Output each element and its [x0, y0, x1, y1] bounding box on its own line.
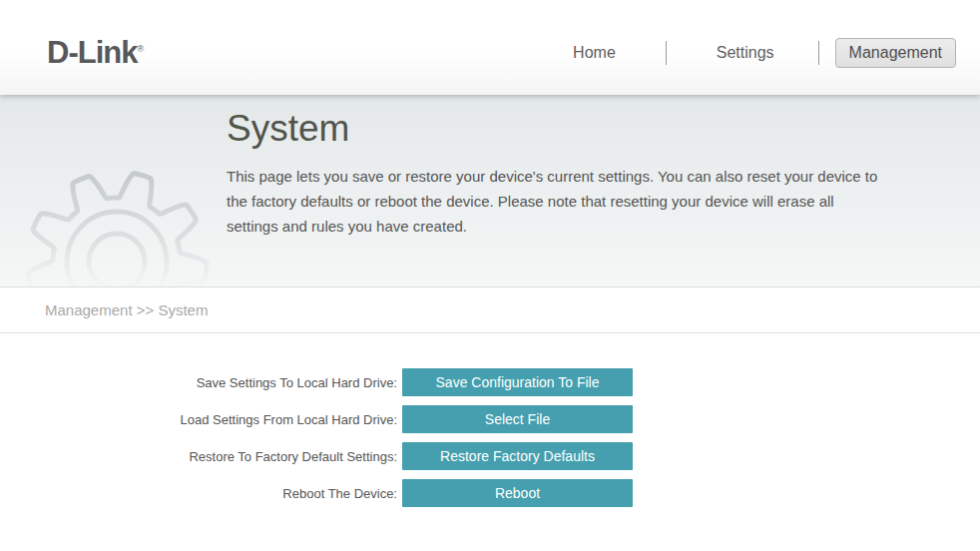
form-row-reboot: Reboot The Device: Reboot: [0, 479, 980, 507]
breadcrumb-bar: Management >> System: [0, 287, 980, 333]
page-banner: System This page lets you save or restor…: [0, 95, 980, 287]
main-nav: Home Settings Management: [571, 38, 956, 68]
page-title: System: [227, 108, 905, 150]
nav-item-settings[interactable]: Settings: [715, 40, 776, 66]
nav-item-home[interactable]: Home: [571, 40, 618, 66]
form-row-load-settings: Load Settings From Local Hard Drive: Sel…: [0, 405, 980, 433]
load-settings-label: Load Settings From Local Hard Drive:: [0, 412, 397, 427]
main-content: Save Settings To Local Hard Drive: Save …: [0, 333, 980, 507]
gear-icon: [0, 95, 230, 287]
banner-text: System This page lets you save or restor…: [227, 108, 905, 239]
restore-factory-defaults-button[interactable]: Restore Factory Defaults: [402, 442, 633, 470]
reboot-label: Reboot The Device:: [0, 486, 397, 501]
reboot-button[interactable]: Reboot: [402, 479, 633, 507]
dlink-logo: D-Link®: [47, 35, 144, 71]
dlink-logo-text: D-Link: [47, 35, 137, 70]
page-description: This page lets you save or restore your …: [227, 164, 887, 239]
save-configuration-button[interactable]: Save Configuration To File: [402, 368, 633, 396]
select-file-button[interactable]: Select File: [402, 405, 633, 433]
form-row-save-settings: Save Settings To Local Hard Drive: Save …: [0, 368, 980, 396]
registered-mark: ®: [137, 43, 144, 53]
save-settings-label: Save Settings To Local Hard Drive:: [0, 375, 397, 390]
nav-separator: [818, 41, 819, 65]
form-row-restore-defaults: Restore To Factory Default Settings: Res…: [0, 442, 980, 470]
restore-defaults-label: Restore To Factory Default Settings:: [0, 449, 397, 464]
nav-item-management[interactable]: Management: [835, 38, 956, 68]
breadcrumb: Management >> System: [45, 301, 208, 318]
header: D-Link® Home Settings Management: [0, 0, 980, 95]
nav-separator: [666, 41, 667, 65]
